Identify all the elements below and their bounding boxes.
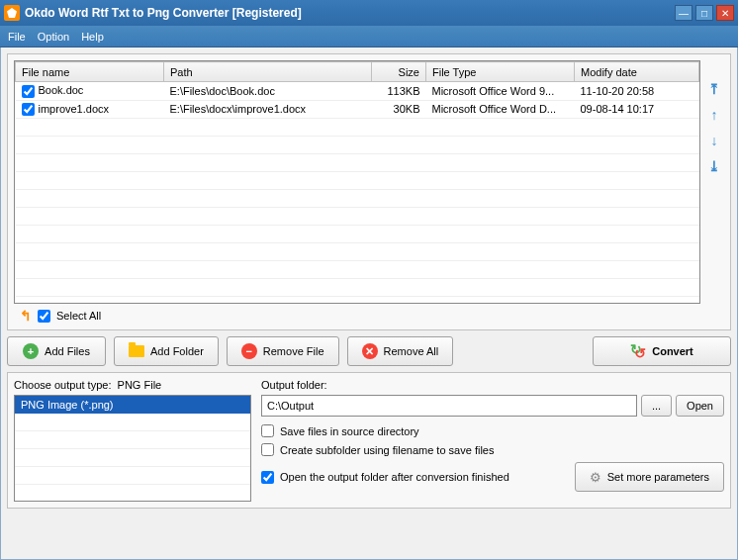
table-row (16, 119, 699, 137)
col-size[interactable]: Size (372, 62, 426, 82)
output-type-current: PNG File (118, 379, 162, 391)
window-title: Okdo Word Rtf Txt to Png Converter [Regi… (25, 6, 675, 20)
row-checkbox[interactable] (22, 85, 35, 98)
convert-icon (630, 343, 646, 359)
plus-icon: + (23, 343, 39, 359)
table-row (16, 279, 699, 297)
x-icon: ✕ (362, 343, 378, 359)
output-folder-input[interactable] (261, 395, 637, 417)
cell-name: improve1.docx (39, 103, 110, 115)
open-after-label: Open the output folder after conversion … (280, 471, 509, 483)
output-folder-label: Output folder: (261, 379, 724, 391)
cell-size: 30KB (372, 100, 426, 119)
save-source-checkbox[interactable] (261, 424, 274, 437)
open-folder-button[interactable]: Open (676, 395, 724, 417)
cell-path: E:\Files\doc\Book.doc (164, 82, 372, 101)
cell-modify: 09-08-14 10:17 (575, 100, 699, 119)
menubar: File Option Help (0, 26, 738, 47)
gear-icon: ⚙ (590, 470, 601, 485)
menu-file[interactable]: File (8, 31, 26, 43)
col-filename[interactable]: File name (16, 62, 164, 82)
table-row (16, 172, 699, 190)
table-row[interactable]: Book.doc E:\Files\doc\Book.doc 113KB Mic… (16, 82, 699, 101)
output-type-label: Choose output type: (14, 379, 111, 391)
output-type-option[interactable]: PNG Image (*.png) (15, 396, 250, 414)
cell-name: Book.doc (39, 84, 84, 96)
row-checkbox[interactable] (22, 103, 35, 116)
add-files-button[interactable]: + Add Files (7, 336, 106, 366)
menu-help[interactable]: Help (81, 31, 104, 43)
up-level-icon[interactable]: ↰ (20, 308, 32, 324)
create-subfolder-checkbox[interactable] (261, 443, 274, 456)
file-list[interactable]: File name Path Size File Type Modify dat… (14, 60, 700, 304)
move-top-icon[interactable]: ⤒ (705, 80, 723, 98)
cell-modify: 11-10-20 20:58 (575, 82, 699, 101)
table-row[interactable]: improve1.docx E:\Files\docx\improve1.doc… (16, 100, 699, 119)
titlebar: Okdo Word Rtf Txt to Png Converter [Regi… (0, 0, 738, 26)
table-row (16, 137, 699, 154)
add-folder-button[interactable]: Add Folder (114, 336, 219, 366)
cell-type: Microsoft Office Word 9... (426, 82, 575, 101)
move-up-icon[interactable]: ↑ (705, 106, 723, 124)
select-all-label: Select All (56, 310, 101, 322)
col-filetype[interactable]: File Type (426, 62, 575, 82)
cell-path: E:\Files\docx\improve1.docx (164, 100, 372, 119)
browse-button[interactable]: ... (641, 395, 672, 417)
cell-size: 113KB (372, 82, 426, 101)
col-path[interactable]: Path (164, 62, 372, 82)
maximize-button[interactable]: □ (695, 5, 713, 21)
table-row (16, 243, 699, 261)
table-row (16, 208, 699, 226)
col-modify[interactable]: Modify date (575, 62, 699, 82)
open-after-checkbox[interactable] (261, 471, 274, 484)
create-subfolder-label: Create subfolder using filename to save … (280, 444, 494, 456)
select-all-checkbox[interactable] (38, 310, 50, 323)
reorder-arrows: ⤒ ↑ ↓ ⤓ (704, 60, 724, 304)
minus-icon: − (241, 343, 257, 359)
table-header: File name Path Size File Type Modify dat… (16, 62, 699, 82)
remove-all-button[interactable]: ✕ Remove All (347, 336, 454, 366)
output-type-list[interactable]: PNG Image (*.png) (14, 395, 251, 502)
table-row (16, 226, 699, 243)
save-source-label: Save files in source directory (280, 425, 419, 437)
close-button[interactable]: ✕ (716, 5, 734, 21)
table-row (16, 261, 699, 279)
move-down-icon[interactable]: ↓ (705, 132, 723, 149)
menu-option[interactable]: Option (38, 31, 69, 43)
minimize-button[interactable]: — (675, 5, 692, 21)
table-row (16, 190, 699, 208)
folder-icon (129, 345, 144, 357)
move-bottom-icon[interactable]: ⤓ (705, 157, 723, 175)
remove-file-button[interactable]: − Remove File (227, 336, 339, 366)
cell-type: Microsoft Office Word D... (426, 100, 575, 119)
table-row (16, 154, 699, 172)
set-parameters-button[interactable]: ⚙ Set more parameters (575, 462, 724, 492)
app-logo-icon (4, 5, 20, 21)
convert-button[interactable]: Convert (593, 336, 731, 366)
